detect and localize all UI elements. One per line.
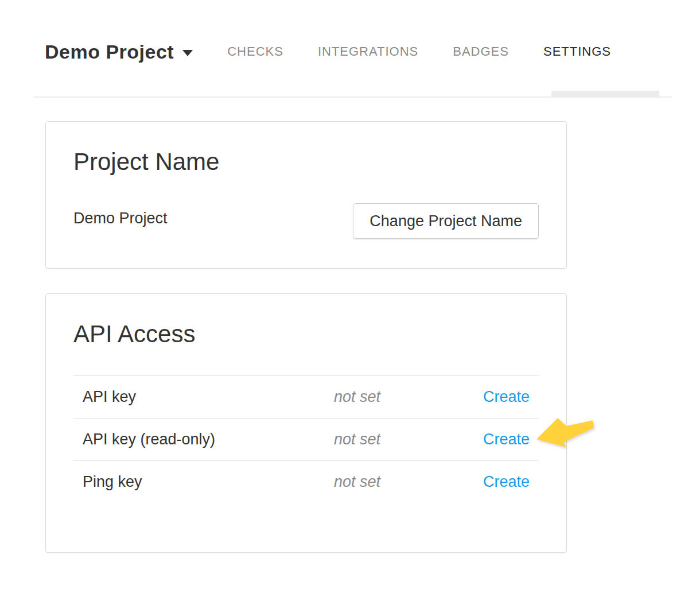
project-switcher[interactable]: Demo Project	[45, 40, 193, 63]
key-value: not set	[325, 461, 460, 504]
api-access-card: API Access API key not set Create API ke…	[45, 293, 567, 553]
table-row-ping-key: Ping key not set Create	[73, 461, 539, 504]
project-name-card-title: Project Name	[73, 149, 539, 175]
key-value: not set	[325, 419, 460, 461]
caret-down-icon	[182, 50, 193, 56]
key-name: Ping key	[73, 461, 325, 504]
key-value: not set	[325, 376, 460, 419]
project-name-card: Project Name Demo Project Change Project…	[45, 121, 567, 269]
tab-badges[interactable]: BADGES	[435, 44, 526, 59]
change-project-name-button[interactable]: Change Project Name	[353, 203, 539, 239]
key-name: API key (read-only)	[73, 419, 325, 461]
current-project-name: Demo Project	[73, 209, 168, 227]
create-ping-key-link[interactable]: Create	[483, 473, 530, 490]
tab-checks[interactable]: CHECKS	[210, 44, 301, 59]
key-name: API key	[73, 376, 325, 419]
api-keys-table: API key not set Create API key (read-onl…	[73, 375, 539, 504]
project-name-row: Demo Project Change Project Name	[73, 203, 539, 239]
tab-integrations[interactable]: INTEGRATIONS	[301, 44, 435, 59]
api-access-card-title: API Access	[73, 322, 539, 347]
header-divider	[33, 96, 672, 98]
create-api-key-link[interactable]: Create	[483, 388, 530, 405]
tab-settings[interactable]: SETTINGS	[526, 44, 628, 59]
top-navigation: Demo Project CHECKS INTEGRATIONS BADGES …	[45, 40, 628, 63]
project-switcher-label: Demo Project	[45, 40, 174, 63]
create-api-key-read-only-link[interactable]: Create	[483, 431, 530, 448]
table-row-api-key-read-only: API key (read-only) not set Create	[73, 419, 539, 461]
table-row-api-key: API key not set Create	[73, 376, 539, 419]
